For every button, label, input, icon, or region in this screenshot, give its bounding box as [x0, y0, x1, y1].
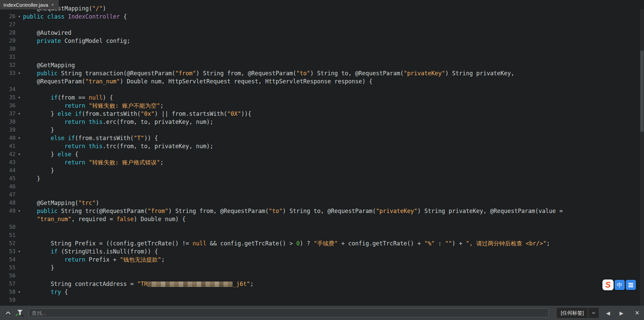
code-line[interactable]: 54 return Prefix + "钱包无法提款"; — [0, 256, 640, 264]
code-line[interactable]: 26▼public class IndexController { — [0, 12, 640, 21]
code-line[interactable]: @RequestMapping("/") — [0, 4, 640, 12]
code-line[interactable]: 37▼ } else if(from.startsWith("0x") || f… — [0, 110, 640, 118]
fold-spacer — [16, 142, 23, 150]
code-line[interactable]: 52 String Prefix = ((config.getTrcRate()… — [0, 239, 640, 247]
code-line[interactable]: 38 return this.erc(from, to, privateKey,… — [0, 118, 640, 126]
code-line[interactable]: 56 — [0, 272, 640, 280]
tab-close-icon[interactable]: × — [51, 2, 54, 7]
fold-spacer — [16, 29, 23, 37]
code-line[interactable]: 42▼ } else { — [0, 150, 640, 158]
token — [23, 143, 65, 150]
code-line[interactable]: "tran_num", required = false) Double num… — [0, 215, 640, 223]
chevron-down-icon — [592, 312, 596, 314]
line-number: 31 — [0, 53, 16, 61]
fold-arrow-icon[interactable]: ▼ — [16, 247, 23, 256]
find-options-button[interactable]: ✓ — [16, 309, 24, 317]
ime-language-badge[interactable]: 中 — [615, 280, 625, 290]
token: } — [23, 167, 54, 174]
code-line[interactable]: 59 — [0, 296, 640, 304]
ime-tools-button[interactable] — [626, 280, 636, 290]
code-line[interactable]: 57 String contractAddress = "TR_j6t"; — [0, 280, 640, 288]
code-line[interactable]: 28 @Autowired — [0, 29, 640, 37]
token: "钱包无法提款" — [120, 256, 161, 263]
token — [23, 135, 51, 141]
line-number: 27 — [0, 21, 16, 29]
code-text: @GetMapping — [23, 61, 75, 69]
token: public — [23, 13, 44, 20]
ime-logo-icon[interactable]: S — [602, 279, 614, 290]
tag-filter-caret[interactable] — [589, 308, 599, 318]
line-number: 44 — [0, 166, 16, 175]
code-line[interactable]: 27 — [0, 21, 640, 29]
code-line[interactable]: 51 — [0, 231, 640, 239]
code-line[interactable]: 49▼ public String trc(@RequestParam("fro… — [0, 207, 640, 215]
token — [65, 135, 68, 141]
fold-arrow-icon[interactable]: ▼ — [16, 150, 23, 158]
line-number: 42 — [0, 150, 16, 158]
code-line[interactable]: 48 @GetMapping("trc") — [0, 199, 640, 207]
line-number: 32 — [0, 61, 16, 69]
ime-status-widget[interactable]: S 中 — [602, 279, 636, 290]
token: return — [65, 159, 85, 166]
code-line[interactable]: 41 return this.trc(from, to, privateKey,… — [0, 142, 640, 150]
token: && config.getTrcRate() > — [206, 240, 296, 247]
line-number: 47 — [0, 191, 16, 199]
code-text: String contractAddress = "TR_j6t"; — [23, 280, 254, 288]
code-line[interactable]: 29 private ConfigModel config; — [0, 37, 640, 45]
code-line[interactable]: 53▼ if (StringUtils.isNull(from)) { — [0, 247, 640, 256]
code-line[interactable]: 55 } — [0, 264, 640, 272]
token: ) String from, @RequestParam( — [168, 208, 269, 214]
code-text: "tran_num", required = false) Double num… — [23, 215, 186, 223]
fold-arrow-icon[interactable]: ▼ — [16, 207, 23, 215]
fold-arrow-icon[interactable]: ▼ — [16, 288, 23, 296]
find-next-button[interactable]: ▶ — [620, 311, 624, 316]
code-line[interactable]: 46 — [0, 183, 640, 191]
fold-arrow-icon[interactable]: ▼ — [16, 69, 23, 77]
code-line[interactable]: 30 — [0, 45, 640, 53]
code-line[interactable]: 35▼ if(from == null) { — [0, 94, 640, 102]
token: null — [89, 94, 103, 101]
tag-filter-value[interactable]: [任何标签] — [557, 308, 588, 318]
line-number: 28 — [0, 29, 16, 37]
tag-filter-dropdown[interactable]: [任何标签] — [557, 308, 599, 318]
token: ) String privateKey, @RequestParam(value… — [418, 208, 563, 214]
code-line[interactable]: 47 — [0, 191, 640, 199]
vertical-scrollbar[interactable] — [640, 9, 644, 305]
code-line[interactable]: 31 — [0, 53, 640, 61]
fold-arrow-icon[interactable]: ▼ — [16, 110, 23, 118]
fold-spacer — [16, 85, 23, 94]
code-line[interactable]: 36 return "转账失败: 账户不能为空"; — [0, 102, 640, 110]
line-number: 37 — [0, 110, 16, 118]
token: ) Double num) { — [134, 216, 186, 222]
code-line[interactable]: @RequestParam("tran_num") Double num, Ht… — [0, 77, 640, 85]
code-line[interactable]: 44 } — [0, 166, 640, 175]
token: class — [47, 13, 65, 20]
scrollbar-thumb[interactable] — [640, 51, 644, 132]
token: : — [435, 240, 445, 247]
code-line[interactable]: 58▼ try { — [0, 288, 640, 296]
token: .erc(from, to, privateKey, num); — [102, 118, 213, 125]
code-line[interactable]: 40▼ else if(from.startsWith("T")) { — [0, 134, 640, 142]
code-area[interactable]: @RequestMapping("/")26▼public class Inde… — [0, 4, 640, 304]
token: String contractAddress = — [23, 281, 137, 287]
fold-arrow-icon[interactable]: ▼ — [16, 94, 23, 102]
fold-arrow-icon[interactable]: ▼ — [16, 134, 23, 142]
code-text: String Prefix = ((config.getTrcRate() !=… — [23, 239, 550, 247]
code-line[interactable]: 34 — [0, 85, 640, 94]
find-previous-button[interactable]: ◀ — [606, 311, 610, 316]
code-line[interactable]: 50 — [0, 223, 640, 231]
collapse-findbar-button[interactable] — [5, 311, 11, 315]
token: String trc(@RequestParam( — [57, 208, 147, 214]
code-line[interactable]: 43 return "转账失败: 账户格式错误"; — [0, 158, 640, 166]
code-line[interactable]: 45 } — [0, 175, 640, 183]
code-line[interactable]: 39 } — [0, 126, 640, 134]
code-line[interactable]: 33▼ public String transaction(@RequestPa… — [0, 69, 640, 77]
token: false — [116, 216, 134, 222]
fold-arrow-icon[interactable]: ▼ — [16, 12, 23, 21]
search-input[interactable] — [29, 309, 549, 317]
close-findbar-button[interactable]: × — [635, 309, 639, 317]
tab-indexcontroller[interactable]: IndexController.java × — [0, 0, 59, 9]
line-number: 51 — [0, 231, 16, 239]
token: ConfigModel config; — [61, 37, 130, 44]
code-line[interactable]: 32 @GetMapping — [0, 61, 640, 69]
